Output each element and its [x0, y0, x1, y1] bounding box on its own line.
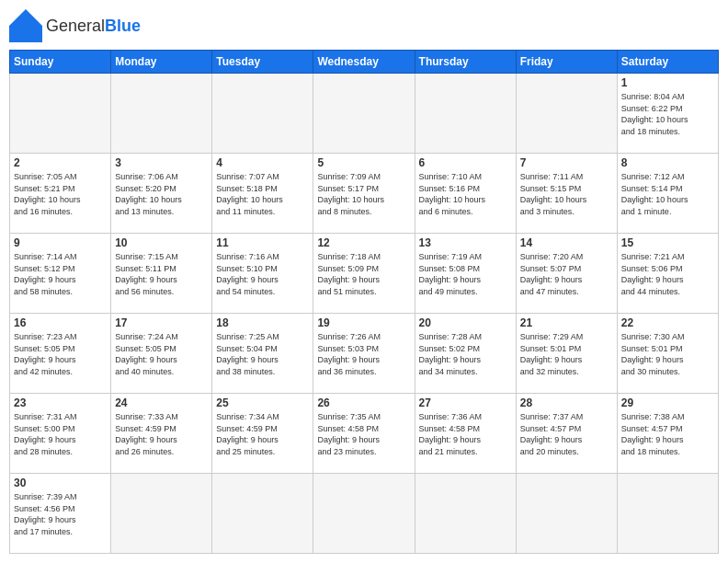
day-info: Sunrise: 7:28 AM Sunset: 5:02 PM Dayligh…	[419, 331, 512, 377]
calendar-cell: 7Sunrise: 7:11 AM Sunset: 5:15 PM Daylig…	[516, 154, 617, 234]
weekday-header-monday: Monday	[111, 51, 212, 74]
day-number: 24	[115, 396, 208, 409]
calendar-cell: 9Sunrise: 7:14 AM Sunset: 5:12 PM Daylig…	[10, 234, 111, 314]
day-number: 26	[317, 396, 410, 409]
calendar-cell: 29Sunrise: 7:38 AM Sunset: 4:57 PM Dayli…	[617, 394, 718, 474]
day-info: Sunrise: 7:20 AM Sunset: 5:07 PM Dayligh…	[520, 251, 613, 297]
day-info: Sunrise: 7:06 AM Sunset: 5:20 PM Dayligh…	[115, 171, 208, 217]
day-info: Sunrise: 7:15 AM Sunset: 5:11 PM Dayligh…	[115, 251, 208, 297]
day-number: 11	[216, 236, 309, 249]
week-row-6: 30Sunrise: 7:39 AM Sunset: 4:56 PM Dayli…	[10, 474, 719, 554]
calendar-cell: 28Sunrise: 7:37 AM Sunset: 4:57 PM Dayli…	[516, 394, 617, 474]
day-info: Sunrise: 7:25 AM Sunset: 5:04 PM Dayligh…	[216, 331, 309, 377]
day-info: Sunrise: 7:39 AM Sunset: 4:56 PM Dayligh…	[14, 491, 107, 537]
day-info: Sunrise: 7:09 AM Sunset: 5:17 PM Dayligh…	[317, 171, 410, 217]
day-info: Sunrise: 7:21 AM Sunset: 5:06 PM Dayligh…	[621, 251, 714, 297]
day-info: Sunrise: 7:35 AM Sunset: 4:58 PM Dayligh…	[317, 411, 410, 457]
calendar-table: SundayMondayTuesdayWednesdayThursdayFrid…	[9, 50, 719, 554]
day-number: 30	[14, 477, 107, 489]
day-number: 4	[216, 156, 309, 169]
calendar-cell: 11Sunrise: 7:16 AM Sunset: 5:10 PM Dayli…	[212, 234, 313, 314]
calendar-cell: 19Sunrise: 7:26 AM Sunset: 5:03 PM Dayli…	[313, 314, 415, 394]
week-row-4: 16Sunrise: 7:23 AM Sunset: 5:05 PM Dayli…	[10, 314, 719, 394]
calendar-cell: 10Sunrise: 7:15 AM Sunset: 5:11 PM Dayli…	[111, 234, 212, 314]
week-row-1: 1Sunrise: 8:04 AM Sunset: 6:22 PM Daylig…	[10, 74, 719, 154]
calendar-cell: 21Sunrise: 7:29 AM Sunset: 5:01 PM Dayli…	[516, 314, 617, 394]
calendar-cell: 14Sunrise: 7:20 AM Sunset: 5:07 PM Dayli…	[516, 234, 617, 314]
day-info: Sunrise: 7:18 AM Sunset: 5:09 PM Dayligh…	[317, 251, 410, 297]
day-number: 14	[520, 236, 613, 249]
calendar-cell: 16Sunrise: 7:23 AM Sunset: 5:05 PM Dayli…	[10, 314, 111, 394]
calendar-cell: 20Sunrise: 7:28 AM Sunset: 5:02 PM Dayli…	[415, 314, 516, 394]
day-number: 9	[14, 236, 107, 249]
weekday-header-saturday: Saturday	[617, 51, 718, 74]
calendar-cell: 30Sunrise: 7:39 AM Sunset: 4:56 PM Dayli…	[10, 474, 111, 554]
weekday-header-row: SundayMondayTuesdayWednesdayThursdayFrid…	[10, 51, 719, 74]
weekday-header-sunday: Sunday	[10, 51, 111, 74]
logo: GeneralBlue	[9, 9, 141, 42]
week-row-3: 9Sunrise: 7:14 AM Sunset: 5:12 PM Daylig…	[10, 234, 719, 314]
calendar-cell	[313, 474, 415, 554]
day-info: Sunrise: 7:10 AM Sunset: 5:16 PM Dayligh…	[419, 171, 512, 217]
day-info: Sunrise: 7:36 AM Sunset: 4:58 PM Dayligh…	[419, 411, 512, 457]
day-number: 6	[419, 156, 512, 169]
day-number: 25	[216, 396, 309, 409]
calendar-cell	[516, 474, 617, 554]
day-number: 15	[621, 236, 714, 249]
day-info: Sunrise: 7:37 AM Sunset: 4:57 PM Dayligh…	[520, 411, 613, 457]
calendar-cell: 12Sunrise: 7:18 AM Sunset: 5:09 PM Dayli…	[313, 234, 415, 314]
day-number: 18	[216, 316, 309, 329]
calendar-cell: 24Sunrise: 7:33 AM Sunset: 4:59 PM Dayli…	[111, 394, 212, 474]
day-number: 13	[419, 236, 512, 249]
calendar-cell: 27Sunrise: 7:36 AM Sunset: 4:58 PM Dayli…	[415, 394, 516, 474]
day-info: Sunrise: 8:04 AM Sunset: 6:22 PM Dayligh…	[621, 91, 714, 137]
calendar-cell: 2Sunrise: 7:05 AM Sunset: 5:21 PM Daylig…	[10, 154, 111, 234]
day-number: 16	[14, 316, 107, 329]
day-info: Sunrise: 7:33 AM Sunset: 4:59 PM Dayligh…	[115, 411, 208, 457]
calendar-cell: 3Sunrise: 7:06 AM Sunset: 5:20 PM Daylig…	[111, 154, 212, 234]
day-info: Sunrise: 7:26 AM Sunset: 5:03 PM Dayligh…	[317, 331, 410, 377]
day-number: 5	[317, 156, 410, 169]
calendar-cell: 22Sunrise: 7:30 AM Sunset: 5:01 PM Dayli…	[617, 314, 718, 394]
day-info: Sunrise: 7:30 AM Sunset: 5:01 PM Dayligh…	[621, 331, 714, 377]
calendar-cell	[415, 474, 516, 554]
day-info: Sunrise: 7:38 AM Sunset: 4:57 PM Dayligh…	[621, 411, 714, 457]
day-number: 1	[621, 76, 714, 89]
day-number: 7	[520, 156, 613, 169]
day-info: Sunrise: 7:24 AM Sunset: 5:05 PM Dayligh…	[115, 331, 208, 377]
day-info: Sunrise: 7:11 AM Sunset: 5:15 PM Dayligh…	[520, 171, 613, 217]
weekday-header-friday: Friday	[516, 51, 617, 74]
calendar-cell: 4Sunrise: 7:07 AM Sunset: 5:18 PM Daylig…	[212, 154, 313, 234]
day-number: 28	[520, 396, 613, 409]
calendar-cell	[111, 74, 212, 154]
page: GeneralBlue SundayMondayTuesdayWednesday…	[0, 0, 728, 563]
calendar-cell	[212, 74, 313, 154]
weekday-header-thursday: Thursday	[415, 51, 516, 74]
day-info: Sunrise: 7:07 AM Sunset: 5:18 PM Dayligh…	[216, 171, 309, 217]
calendar-cell: 15Sunrise: 7:21 AM Sunset: 5:06 PM Dayli…	[617, 234, 718, 314]
calendar-cell: 5Sunrise: 7:09 AM Sunset: 5:17 PM Daylig…	[313, 154, 415, 234]
header: GeneralBlue	[9, 9, 719, 42]
calendar-cell: 23Sunrise: 7:31 AM Sunset: 5:00 PM Dayli…	[10, 394, 111, 474]
day-info: Sunrise: 7:34 AM Sunset: 4:59 PM Dayligh…	[216, 411, 309, 457]
day-number: 17	[115, 316, 208, 329]
svg-marker-2	[9, 9, 42, 26]
calendar-cell	[10, 74, 111, 154]
calendar-cell	[111, 474, 212, 554]
calendar-cell: 8Sunrise: 7:12 AM Sunset: 5:14 PM Daylig…	[617, 154, 718, 234]
calendar-cell	[617, 474, 718, 554]
day-number: 23	[14, 396, 107, 409]
calendar-cell: 26Sunrise: 7:35 AM Sunset: 4:58 PM Dayli…	[313, 394, 415, 474]
day-info: Sunrise: 7:19 AM Sunset: 5:08 PM Dayligh…	[419, 251, 512, 297]
day-number: 10	[115, 236, 208, 249]
calendar-cell	[212, 474, 313, 554]
day-info: Sunrise: 7:16 AM Sunset: 5:10 PM Dayligh…	[216, 251, 309, 297]
calendar-cell: 18Sunrise: 7:25 AM Sunset: 5:04 PM Dayli…	[212, 314, 313, 394]
calendar-cell: 1Sunrise: 8:04 AM Sunset: 6:22 PM Daylig…	[617, 74, 718, 154]
day-info: Sunrise: 7:29 AM Sunset: 5:01 PM Dayligh…	[520, 331, 613, 377]
calendar-cell	[313, 74, 415, 154]
day-number: 12	[317, 236, 410, 249]
day-number: 8	[621, 156, 714, 169]
week-row-5: 23Sunrise: 7:31 AM Sunset: 5:00 PM Dayli…	[10, 394, 719, 474]
calendar-cell	[516, 74, 617, 154]
